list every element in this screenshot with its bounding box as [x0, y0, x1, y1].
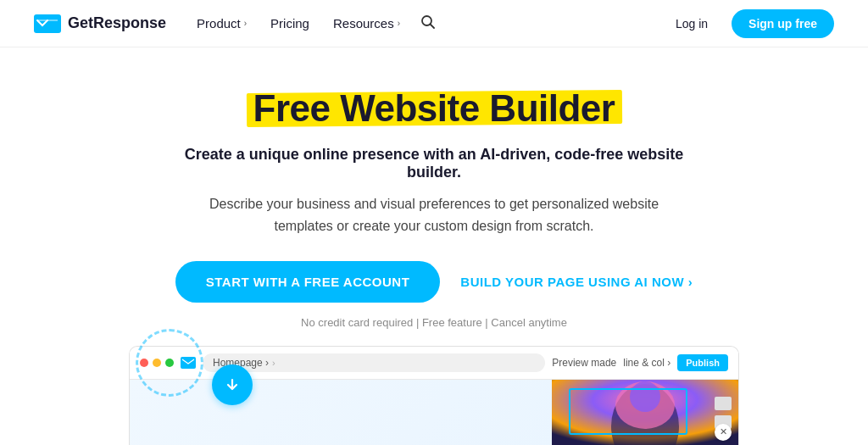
circle-decoration [136, 329, 203, 397]
hero-subtitle-bold: Create a unique online presence with an … [180, 146, 688, 181]
nav-links: Product › Pricing Resources › [186, 8, 655, 40]
nav-product-label: Product [197, 16, 241, 31]
browser-controls: Preview made line & col › Publish [552, 354, 728, 371]
nav-item-resources[interactable]: Resources › [323, 9, 410, 37]
selection-box [569, 388, 687, 435]
cta-primary-button[interactable]: START WITH A FREE ACCOUNT [175, 261, 441, 303]
sidebar-icon-1 [715, 397, 732, 410]
main-content: Free Website Builder Create a unique onl… [0, 47, 868, 445]
getresponse-logo-icon [34, 14, 61, 33]
logo-text: GetResponse [68, 14, 166, 32]
nav-right: Log in Sign up free [662, 9, 834, 38]
fine-print: No credit card required | Free feature |… [301, 316, 567, 329]
hero-title-wrapper: Free Website Builder [253, 88, 615, 129]
nav-item-pricing[interactable]: Pricing [260, 9, 320, 37]
nav-pricing-label: Pricing [270, 16, 309, 31]
signup-button[interactable]: Sign up free [732, 9, 834, 38]
hero-cta-row: START WITH A FREE ACCOUNT BUILD YOUR PAG… [175, 261, 693, 303]
cta-secondary-button[interactable]: BUILD YOUR PAGE USING AI NOW › [460, 275, 693, 289]
url-chevron: › [272, 358, 275, 368]
controls-text: line & col › [623, 357, 670, 369]
preview-close-button[interactable]: ✕ [715, 424, 732, 441]
nav-resources-label: Resources [333, 16, 394, 31]
hero-section: Free Website Builder Create a unique onl… [0, 47, 868, 346]
login-button[interactable]: Log in [662, 10, 721, 37]
logo[interactable]: GetResponse [34, 14, 166, 33]
hero-title: Free Website Builder [253, 88, 615, 129]
arrow-down-icon [224, 376, 241, 393]
nav-product-chevron: › [244, 19, 247, 28]
svg-line-3 [431, 24, 435, 28]
svg-rect-0 [34, 14, 61, 33]
navbar: GetResponse Product › Pricing Resources … [0, 0, 868, 47]
search-icon [420, 14, 436, 30]
nav-resources-chevron: › [398, 19, 400, 28]
publish-button[interactable]: Publish [677, 354, 728, 371]
preview-made-text: Preview made [552, 357, 616, 369]
hero-subtitle: Describe your business and visual prefer… [197, 193, 671, 236]
nav-item-product[interactable]: Product › [186, 9, 257, 37]
preview-section: Homepage › › Preview made line & col › P… [0, 346, 868, 445]
scroll-down-button[interactable] [212, 364, 253, 405]
browser-url-bar[interactable]: Homepage › › [203, 353, 545, 372]
search-button[interactable] [414, 8, 442, 40]
